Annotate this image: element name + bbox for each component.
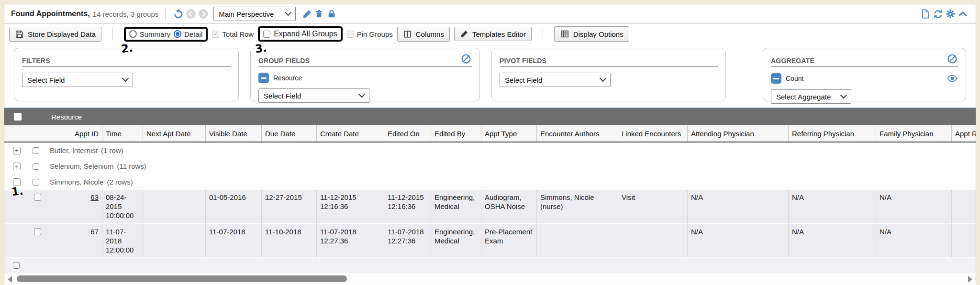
block-icon[interactable]	[947, 53, 958, 65]
minus-icon	[773, 78, 779, 79]
chevron-left-icon	[189, 11, 194, 16]
time-cell: 08-24-2015 10:00:00	[102, 190, 143, 223]
expand-group-icon[interactable]: +	[13, 147, 21, 154]
columns-button-label: Columns	[416, 30, 444, 38]
pin-groups-label: Pin Groups	[357, 30, 393, 38]
undo-icon[interactable]	[172, 8, 185, 20]
detail-radio[interactable]	[174, 30, 181, 38]
group-header-bar: Resource	[4, 108, 976, 125]
eye-icon[interactable]	[947, 73, 958, 84]
group-row-butler: + Butler, Internist (1 row)	[4, 142, 976, 158]
group-field-chip-row: Resource	[258, 73, 472, 83]
aggregate-select-value: Select Aggregate	[776, 93, 831, 101]
remove-group-field-icon[interactable]	[258, 73, 269, 83]
row-expand-spacer	[4, 224, 23, 258]
refresh-icon[interactable]	[932, 8, 944, 20]
pin-groups-checkbox[interactable]	[347, 31, 354, 38]
trash-icon[interactable]	[313, 8, 325, 20]
due-date-cell: 11-10-2018	[262, 224, 317, 258]
row-checkbox[interactable]	[34, 194, 41, 201]
group-field-chip-label: Resource	[273, 74, 302, 82]
summary-detail-highlight-box: Summary Detail 2.	[124, 27, 208, 42]
scroll-right-arrow[interactable]	[968, 276, 972, 283]
appt-id-link[interactable]: 67	[90, 228, 99, 236]
column-header-family-physician[interactable]: Family Physician	[876, 125, 952, 142]
collapse-group-icon[interactable]: − 1.	[13, 178, 21, 186]
next-icon[interactable]	[199, 9, 208, 19]
perspective-select[interactable]: Main Perspective	[213, 7, 296, 21]
edited-by-cell: Engineering, Medical	[431, 190, 481, 223]
pencil-icon[interactable]	[301, 8, 313, 20]
results-grid: Resource Appt ID Time Next Apt Date Visi…	[4, 108, 976, 285]
filters-field-select[interactable]: Select Field	[22, 73, 133, 87]
pivot-fields-panel: PIVOT FIELDS Select Field	[491, 48, 726, 101]
total-row-checkbox[interactable]: ✓	[212, 31, 219, 38]
chevron-down-icon	[600, 75, 606, 82]
select-all-checkbox[interactable]	[14, 113, 22, 121]
linked-encounters-cell	[618, 224, 688, 258]
create-date-cell: 11-07-2018 12:27:36	[317, 224, 384, 258]
new-document-icon[interactable]	[919, 8, 932, 20]
row-expand-spacer	[4, 190, 23, 223]
group-checkbox[interactable]	[33, 179, 39, 186]
expand-group-icon[interactable]: +	[13, 163, 21, 170]
column-header-time[interactable]: Time	[102, 125, 143, 142]
column-header-appt-id[interactable]: Appt ID	[47, 125, 102, 142]
column-header-edited-by[interactable]: Edited By	[431, 125, 481, 142]
divider	[543, 28, 543, 40]
columns-button[interactable]: Columns	[397, 27, 450, 42]
remove-aggregate-icon[interactable]	[771, 73, 781, 84]
scrollbar-thumb[interactable]	[17, 275, 347, 282]
block-icon[interactable]	[460, 53, 472, 65]
display-options-button[interactable]: Display Options	[554, 26, 629, 42]
column-header-referring-physician[interactable]: Referring Physician	[789, 125, 876, 142]
column-header-edited-on[interactable]: Edited On	[384, 125, 431, 142]
record-count: 14 records, 3 groups	[93, 10, 159, 18]
summary-radio-group: Summary	[129, 30, 170, 38]
column-header-attending-physician[interactable]: Attending Physician	[688, 125, 789, 142]
summary-radio[interactable]	[129, 30, 137, 38]
pivot-field-select[interactable]: Select Field	[500, 73, 611, 87]
column-header-create-date[interactable]: Create Date	[317, 125, 384, 142]
expand-all-groups-checkbox[interactable]	[263, 31, 270, 38]
attending-physician-cell: N/A	[688, 190, 789, 223]
minus-icon	[261, 77, 267, 79]
filters-panel-header: FILTERS	[22, 53, 231, 67]
chevron-down-icon	[285, 9, 291, 16]
column-header-due-date[interactable]: Due Date	[262, 125, 317, 142]
plus-icon: +	[15, 147, 19, 153]
found-appointments-window: Found Appointments, 14 records, 3 groups…	[4, 4, 976, 281]
gear-icon[interactable]	[944, 8, 957, 20]
column-header-encounter-authors[interactable]: Encounter Authors	[537, 125, 618, 142]
templates-editor-button[interactable]: Templates Editor	[454, 27, 532, 41]
lock-icon[interactable]	[325, 8, 338, 20]
next-apt-date-cell	[143, 190, 206, 223]
pin-groups-control: Pin Groups	[347, 30, 393, 38]
group-field-select[interactable]: Select Field	[258, 88, 369, 103]
row-checkbox[interactable]	[34, 228, 41, 235]
scroll-left-arrow[interactable]	[8, 276, 12, 283]
column-header-linked-encounters[interactable]: Linked Encounters	[618, 125, 688, 142]
group-count: (1 row)	[101, 146, 123, 154]
collapse-icon[interactable]	[957, 8, 969, 20]
templates-editor-label: Templates Editor	[472, 30, 526, 38]
group-checkbox[interactable]	[33, 163, 39, 170]
group-count: (2 rows)	[107, 178, 133, 186]
create-date-cell: 11-12-2015 12:16:36	[317, 190, 384, 223]
column-header-visible-date[interactable]: Visible Date	[206, 125, 262, 142]
appt-id-link[interactable]: 63	[90, 193, 99, 201]
store-displayed-data-button[interactable]: Store Displayed Data	[9, 27, 101, 42]
column-header-next-apt-date[interactable]: Next Apt Date	[143, 125, 206, 142]
group-checkbox[interactable]	[33, 147, 39, 154]
chevron-down-icon	[840, 92, 847, 99]
column-header-appt-re[interactable]: Appt Re	[952, 125, 976, 142]
column-header-appt-type[interactable]: Appt Type	[481, 125, 537, 142]
aggregate-select[interactable]: Select Aggregate	[771, 89, 851, 104]
radio-dot	[176, 32, 179, 36]
appt-id-cell: 63	[47, 190, 102, 223]
prev-icon[interactable]	[186, 9, 196, 19]
footer-checkbox[interactable]	[13, 262, 20, 269]
horizontal-scrollbar	[4, 273, 976, 285]
visible-date-cell: 01-05-2016	[206, 190, 262, 223]
family-physician-cell: N/A	[876, 224, 952, 258]
